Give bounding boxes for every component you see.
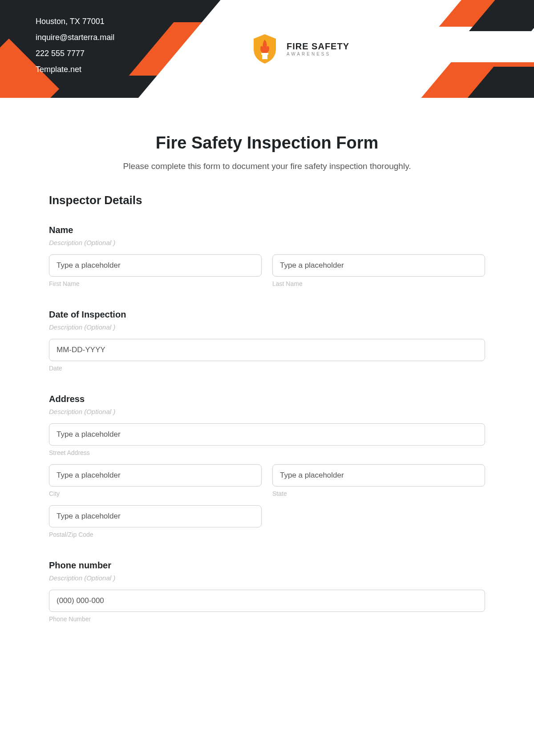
sublabel-first-name: First Name: [49, 280, 262, 287]
date-input[interactable]: [49, 339, 485, 361]
header-site: Template.net: [36, 61, 114, 77]
field-description: Description (Optional ): [49, 408, 485, 415]
street-address-input[interactable]: [49, 423, 485, 446]
field-description: Description (Optional ): [49, 574, 485, 582]
page-subtitle: Please complete this form to document yo…: [49, 161, 485, 171]
zip-input[interactable]: [49, 505, 262, 527]
header-info: Houston, TX 77001 inquire@starterra.mail…: [36, 13, 114, 77]
phone-input[interactable]: [49, 590, 485, 612]
shield-flame-icon: [249, 31, 280, 67]
page-title: Fire Safety Inspection Form: [49, 133, 485, 153]
field-date: Date of Inspection Description (Optional…: [49, 310, 485, 372]
header-banner: Houston, TX 77001 inquire@starterra.mail…: [0, 0, 534, 98]
city-input[interactable]: [49, 464, 262, 487]
logo-title: FIRE SAFETY: [287, 41, 349, 52]
logo-area: FIRE SAFETY AWARENESS: [249, 31, 349, 67]
logo-text: FIRE SAFETY AWARENESS: [287, 41, 349, 56]
field-phone: Phone number Description (Optional ) Pho…: [49, 560, 485, 623]
field-label: Phone number: [49, 560, 485, 571]
first-name-input[interactable]: [49, 254, 262, 277]
field-description: Description (Optional ): [49, 239, 485, 246]
field-address: Address Description (Optional ) Street A…: [49, 394, 485, 538]
header-address: Houston, TX 77001: [36, 13, 114, 29]
field-label: Address: [49, 394, 485, 404]
sublabel-street: Street Address: [49, 449, 485, 456]
field-description: Description (Optional ): [49, 323, 485, 331]
last-name-input[interactable]: [272, 254, 485, 277]
logo-subtitle: AWARENESS: [287, 52, 349, 56]
sublabel-state: State: [272, 490, 485, 497]
form-content: Fire Safety Inspection Form Please compl…: [0, 98, 534, 663]
state-input[interactable]: [272, 464, 485, 487]
sublabel-phone: Phone Number: [49, 615, 485, 623]
field-label: Date of Inspection: [49, 310, 485, 320]
header-phone: 222 555 7777: [36, 45, 114, 61]
header-email: inquire@starterra.mail: [36, 29, 114, 45]
sublabel-zip: Postal/Zip Code: [49, 531, 262, 538]
field-label: Name: [49, 225, 485, 235]
sublabel-date: Date: [49, 365, 485, 372]
sublabel-last-name: Last Name: [272, 280, 485, 287]
sublabel-city: City: [49, 490, 262, 497]
field-name: Name Description (Optional ) First Name …: [49, 225, 485, 287]
svg-rect-1: [261, 53, 268, 55]
section-inspector-details: Inspector Details: [49, 193, 485, 207]
